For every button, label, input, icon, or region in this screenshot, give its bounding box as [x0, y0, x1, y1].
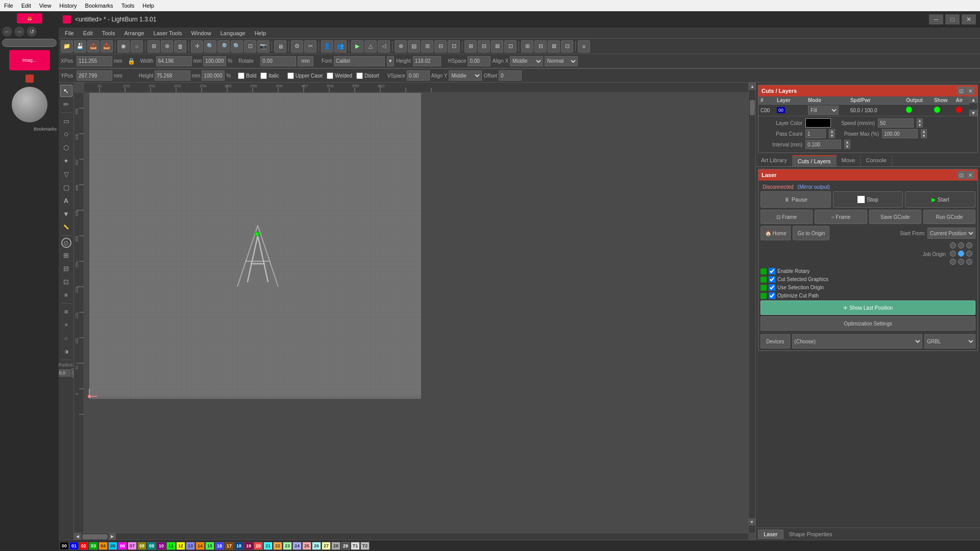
- power-stepper[interactable]: ▲ ▼: [921, 129, 927, 138]
- radial-tool[interactable]: ✳: [60, 319, 72, 331]
- os-menu-view[interactable]: View: [39, 3, 52, 9]
- home-btn[interactable]: 🏠 Home: [761, 226, 791, 240]
- tab-laser[interactable]: Laser: [758, 530, 783, 539]
- tb-search-1[interactable]: 🔍: [204, 40, 216, 53]
- run-gcode-btn[interactable]: Run GCode: [923, 210, 975, 224]
- row-mode[interactable]: Fill: [806, 105, 848, 116]
- color-swatch-16[interactable]: 16: [215, 542, 224, 550]
- origin-tr[interactable]: [966, 242, 972, 248]
- pass-count-input[interactable]: [805, 129, 826, 138]
- offset-tool[interactable]: ◇: [60, 332, 72, 344]
- color-swatch-14[interactable]: 14: [195, 542, 205, 550]
- tab-shape-properties[interactable]: Shape Properties: [783, 530, 838, 539]
- tb-user-1[interactable]: 👤: [321, 40, 333, 53]
- star-tool[interactable]: ✦: [60, 155, 72, 167]
- interval-stepper[interactable]: ▲ ▼: [844, 140, 850, 149]
- interval-input[interactable]: [805, 140, 841, 149]
- height-input-2[interactable]: [155, 70, 190, 81]
- tb-search-3[interactable]: 🔍: [231, 40, 243, 53]
- device-choose-select[interactable]: (Choose): [792, 334, 922, 348]
- os-menu-history[interactable]: History: [59, 3, 77, 9]
- color-swatch-29[interactable]: 29: [341, 542, 350, 550]
- cuts-scroll-up[interactable]: ▲: [969, 96, 977, 103]
- italic-checkbox-label[interactable]: Italic: [260, 72, 279, 79]
- tb-layer-3[interactable]: ⊠: [491, 40, 503, 53]
- uppercase-checkbox-label[interactable]: Upper Case: [287, 72, 323, 79]
- start-btn[interactable]: ▶ Start: [905, 191, 975, 208]
- color-swatch-06[interactable]: 06: [118, 542, 127, 550]
- color-swatch-28[interactable]: 28: [331, 542, 340, 550]
- color-swatch-20[interactable]: 20: [254, 542, 263, 550]
- tb-circle-1[interactable]: ◉: [117, 40, 130, 53]
- color-swatch-18[interactable]: 18: [234, 542, 243, 550]
- menu-laser-tools[interactable]: Laser Tools: [150, 29, 186, 37]
- alignx-select[interactable]: Middle: [510, 56, 543, 66]
- enable-rotary-cb[interactable]: [769, 268, 775, 274]
- os-menu-bookmarks[interactable]: Bookmarks: [85, 3, 113, 9]
- grid-tool[interactable]: ⊞: [60, 306, 72, 318]
- cut-selected-cb[interactable]: [769, 276, 775, 283]
- text-tool[interactable]: A: [60, 194, 72, 207]
- font-input[interactable]: [334, 56, 385, 66]
- color-swatch-19[interactable]: 19: [244, 542, 253, 550]
- os-menu-edit[interactable]: Edit: [21, 3, 31, 9]
- canvas-main[interactable]: [84, 93, 755, 530]
- distort-checkbox[interactable]: [356, 72, 363, 79]
- air-led[interactable]: [956, 107, 962, 113]
- font-dropdown[interactable]: ▾: [387, 56, 394, 66]
- row-show[interactable]: [932, 105, 954, 116]
- grbl-select[interactable]: GRBL: [924, 334, 975, 348]
- scrollbar-bottom[interactable]: ◀ ▶: [74, 533, 748, 540]
- cuts-close-btn[interactable]: ✕: [966, 87, 974, 95]
- color-swatch-08[interactable]: 08: [137, 542, 146, 550]
- bold-checkbox-label[interactable]: Bold: [238, 72, 256, 79]
- tb-mirror[interactable]: △: [364, 40, 377, 53]
- ypos-input[interactable]: [77, 70, 112, 81]
- tb-group[interactable]: ⊟: [434, 40, 447, 53]
- height-input[interactable]: [413, 56, 441, 66]
- tb-paste[interactable]: ⊕: [161, 40, 173, 53]
- back-btn[interactable]: ←: [2, 27, 12, 37]
- menu-edit[interactable]: Edit: [79, 29, 97, 37]
- menu-language[interactable]: Language: [216, 29, 250, 37]
- width-input[interactable]: [156, 56, 192, 66]
- show-led[interactable]: [934, 107, 940, 113]
- tb-cut[interactable]: ✂: [304, 40, 316, 53]
- tab-console[interactable]: Console: [861, 155, 892, 166]
- transform-tool[interactable]: ⊞: [60, 249, 72, 261]
- origin-tc[interactable]: [958, 242, 964, 248]
- lock-icon[interactable]: 🔒: [128, 58, 135, 65]
- color-swatch-02[interactable]: 02: [79, 542, 88, 550]
- canvas-svg[interactable]: [84, 93, 755, 530]
- tb-open[interactable]: 📁: [61, 40, 73, 53]
- color-swatch-04[interactable]: 04: [99, 542, 108, 550]
- tab-art-library[interactable]: Art Library: [756, 155, 793, 166]
- tb-circle-2[interactable]: ○: [131, 40, 143, 53]
- tb-settings[interactable]: ⚙: [291, 40, 303, 53]
- width-pct-input[interactable]: [203, 56, 226, 66]
- tb-misc-1[interactable]: ≡: [578, 40, 590, 53]
- laser-expand-btn[interactable]: ⊡: [957, 171, 965, 179]
- menu-arrange[interactable]: Arrange: [120, 29, 148, 37]
- color-swatch-T2[interactable]: T2: [360, 542, 370, 550]
- forward-btn[interactable]: →: [14, 27, 24, 37]
- color-swatch-03[interactable]: 03: [89, 542, 98, 550]
- tb-search-2[interactable]: 🔎: [217, 40, 230, 53]
- os-menu-file[interactable]: File: [4, 3, 13, 9]
- tb-copy[interactable]: ⊞: [148, 40, 160, 53]
- scroll-down-btn[interactable]: ▼: [748, 518, 755, 525]
- menu-help[interactable]: Help: [251, 29, 271, 37]
- vspace-input[interactable]: [407, 70, 430, 81]
- pointer-tool[interactable]: ▼: [60, 208, 72, 220]
- origin-tl[interactable]: [950, 242, 956, 248]
- color-swatch-10[interactable]: 10: [157, 542, 166, 550]
- optimize-cut-cb[interactable]: [769, 292, 775, 299]
- tb-play[interactable]: ▶: [351, 40, 363, 53]
- minimize-btn[interactable]: ─: [929, 14, 943, 24]
- table-row[interactable]: C00 00 Fill: [758, 105, 969, 116]
- color-swatch-01[interactable]: 01: [69, 542, 79, 550]
- polygon-tool[interactable]: ⬡: [60, 141, 72, 154]
- tab-cuts-layers[interactable]: Cuts / Layers: [793, 155, 837, 166]
- select-tool[interactable]: ↖: [60, 85, 72, 97]
- tb-extra-2[interactable]: ⊟: [534, 40, 547, 53]
